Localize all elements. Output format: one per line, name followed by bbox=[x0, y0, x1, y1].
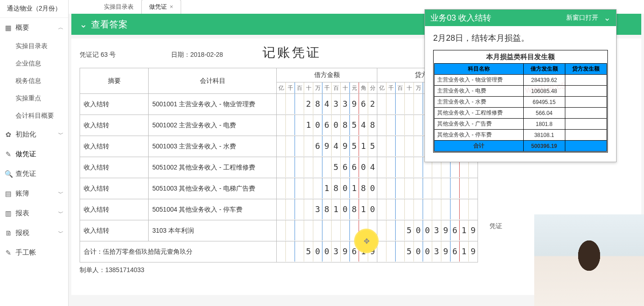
section-label: 做凭证 bbox=[16, 150, 36, 158]
table-row[interactable]: 收入结转5051003 其他业务收入 - 电梯广告费180180 bbox=[80, 178, 478, 199]
cell-debit: 3810810 bbox=[277, 199, 377, 220]
section-label: 概要 bbox=[16, 23, 29, 32]
total-credit: 50039619 bbox=[377, 241, 478, 262]
task-panel[interactable]: 业务03 收入结转 新窗口打开 ⌄ 2月28日，结转本月损益。 本月损益类科目发… bbox=[424, 9, 617, 162]
ref-row: 其他业务收入 - 工程维修费566.04 bbox=[435, 108, 607, 119]
cell-debit: 28433962 bbox=[277, 94, 377, 115]
cell-summary: 收入结转 bbox=[80, 94, 149, 115]
chevron-icon: ﹀ bbox=[58, 209, 64, 217]
ref-table: 科目名称借方发生额贷方发生额 主营业务收入 - 物业管理费284339.62主营… bbox=[434, 63, 607, 152]
cell-account: 3103 本年利润 bbox=[149, 220, 277, 241]
table-row[interactable]: 收入结转5001002 主营业务收入 - 电费10608548 bbox=[80, 115, 478, 136]
sidebar-section-3[interactable]: 🔍查凭证 bbox=[0, 164, 68, 184]
section-label: 初始化 bbox=[16, 130, 36, 139]
section-icon: 🔍 bbox=[5, 170, 12, 178]
voucher-date: 日期：2018-02-28 bbox=[171, 51, 253, 59]
ref-row: 其他业务收入 - 停车费38108.1 bbox=[435, 130, 607, 141]
cell-summary: 收入结转 bbox=[80, 178, 149, 199]
task-title: 业务03 收入结转 bbox=[430, 12, 491, 23]
sidebar: 通达物业（2月份） ▦概要︿实操目录表企业信息税务信息实操重点会计科目概要✿初始… bbox=[0, 0, 69, 306]
table-row[interactable]: 收入结转3103 本年利润50039619 bbox=[80, 220, 478, 241]
ref-row: 其他业务收入 - 广告费1801.8 bbox=[435, 119, 607, 130]
sidebar-sub[interactable]: 税务信息 bbox=[0, 72, 68, 90]
ref-th: 科目名称 bbox=[435, 64, 524, 75]
chevron-down-icon: ⌄ bbox=[80, 19, 87, 30]
close-icon[interactable]: × bbox=[170, 3, 173, 10]
section-icon: ▥ bbox=[5, 209, 12, 218]
sidebar-sub[interactable]: 实操重点 bbox=[0, 90, 68, 107]
chevron-icon: ﹀ bbox=[58, 190, 64, 197]
section-icon: ✿ bbox=[5, 131, 12, 139]
voucher-number: 凭证记 63 号 bbox=[80, 51, 171, 59]
sidebar-section-4[interactable]: ▤账簿﹀ bbox=[0, 184, 68, 203]
cell-account: 5001001 主营业务收入 - 物业管理费 bbox=[149, 94, 277, 115]
section-icon: ✎ bbox=[5, 150, 12, 158]
video-overlay bbox=[534, 214, 644, 306]
cell-account: 5001003 主营业务收入 - 水费 bbox=[149, 136, 277, 157]
section-icon: ✎ bbox=[5, 249, 12, 257]
chevron-icon: ﹀ bbox=[58, 131, 64, 138]
ref-table-title: 本月损益类科目发生额 bbox=[434, 51, 607, 63]
voucher-table: 摘要 会计科目 借方金额 贷方金额 亿千百十万千百十元角分 亿千百十万千百十元角… bbox=[80, 68, 478, 262]
section-label: 手工帐 bbox=[16, 248, 36, 257]
table-row[interactable]: 收入结转5001003 主营业务收入 - 水费6949515 bbox=[80, 136, 478, 157]
table-row[interactable]: 收入结转5051002 其他业务收入 - 工程维修费56604 bbox=[80, 157, 478, 178]
th-account: 会计科目 bbox=[149, 68, 277, 94]
sidebar-section-7[interactable]: ✎手工帐 bbox=[0, 243, 68, 262]
close-icon[interactable]: ⌄ bbox=[604, 13, 611, 23]
section-label: 报税 bbox=[16, 229, 29, 237]
sidebar-section-6[interactable]: 🗎报税﹀ bbox=[0, 223, 68, 243]
sidebar-section-5[interactable]: ▥报表﹀ bbox=[0, 203, 68, 223]
answer-bar-label: 查看答案 bbox=[91, 18, 128, 31]
cell-summary: 收入结转 bbox=[80, 199, 149, 220]
total-debit: 50039619 bbox=[277, 241, 377, 262]
sidebar-section-2[interactable]: ✎做凭证 bbox=[0, 144, 68, 164]
table-row[interactable]: 收入结转5051004 其他业务收入 - 停车费3810810 bbox=[80, 199, 478, 220]
th-debit: 借方金额 bbox=[277, 68, 377, 82]
ref-row: 主营业务收入 - 水费69495.15 bbox=[435, 97, 607, 108]
chevron-icon: ︿ bbox=[58, 24, 64, 32]
tab-label: 做凭证 bbox=[149, 3, 167, 10]
cell-summary: 收入结转 bbox=[80, 136, 149, 157]
cell-debit: 56604 bbox=[277, 157, 377, 178]
cell-summary: 收入结转 bbox=[80, 157, 149, 178]
section-label: 报表 bbox=[16, 209, 29, 218]
cell-debit: 180180 bbox=[277, 178, 377, 199]
cell-summary: 收入结转 bbox=[80, 115, 149, 136]
cell-debit bbox=[277, 220, 377, 241]
section-icon: ▦ bbox=[5, 24, 12, 32]
chevron-icon: ﹀ bbox=[58, 229, 64, 237]
section-icon: ▤ bbox=[5, 190, 12, 198]
sidebar-section-0[interactable]: ▦概要︿ bbox=[0, 18, 68, 38]
cell-account: 5051002 其他业务收入 - 工程维修费 bbox=[149, 157, 277, 178]
sidebar-sub[interactable]: 企业信息 bbox=[0, 55, 68, 72]
task-date-line: 2月28日，结转本月损益。 bbox=[433, 33, 608, 44]
peek-text: 凭证 bbox=[489, 222, 502, 230]
cell-credit: 50039619 bbox=[377, 220, 478, 241]
table-row[interactable]: 收入结转5001001 主营业务收入 - 物业管理费28433962 bbox=[80, 94, 478, 115]
cell-account: 5051004 其他业务收入 - 停车费 bbox=[149, 199, 277, 220]
section-label: 账簿 bbox=[16, 189, 29, 198]
tab-label: 实操目录表 bbox=[104, 3, 134, 10]
open-new-window-link[interactable]: 新窗口打开 bbox=[566, 14, 598, 22]
cell-debit: 6949515 bbox=[277, 136, 377, 157]
sidebar-sub[interactable]: 会计科目概要 bbox=[0, 107, 68, 125]
ref-row: 主营业务收入 - 电费106085.48 bbox=[435, 86, 607, 97]
sidebar-section-1[interactable]: ✿初始化﹀ bbox=[0, 125, 68, 144]
tab[interactable]: 实操目录表 bbox=[96, 0, 141, 14]
sidebar-title: 通达物业（2月份） bbox=[0, 0, 68, 18]
ref-th: 贷方发生额 bbox=[565, 64, 606, 75]
cell-summary: 收入结转 bbox=[80, 220, 149, 241]
sidebar-sub[interactable]: 实操目录表 bbox=[0, 38, 68, 55]
th-summary: 摘要 bbox=[80, 68, 149, 94]
ref-th: 借方发生额 bbox=[523, 64, 565, 75]
ref-row: 主营业务收入 - 物业管理费284339.62 bbox=[435, 75, 607, 86]
debit-units: 亿千百十万千百十元角分 bbox=[277, 82, 377, 94]
tab[interactable]: 做凭证× bbox=[141, 0, 181, 14]
cell-debit: 10608548 bbox=[277, 115, 377, 136]
cell-account: 5001002 主营业务收入 - 电费 bbox=[149, 115, 277, 136]
ref-total: 合计500396.19 bbox=[435, 141, 607, 152]
cell-credit bbox=[377, 178, 478, 199]
section-icon: 🗎 bbox=[5, 229, 12, 237]
section-label: 查凭证 bbox=[16, 169, 36, 178]
